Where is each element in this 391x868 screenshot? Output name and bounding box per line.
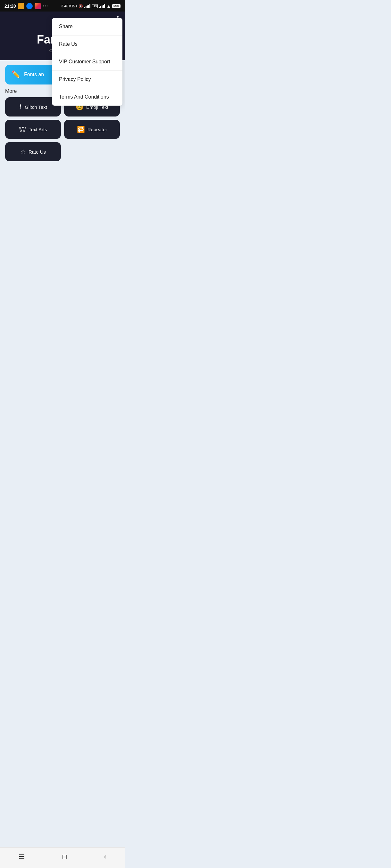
- dropdown-rate-us[interactable]: Rate Us: [52, 35, 122, 53]
- dropdown-vip-support[interactable]: VIP Customer Support: [52, 53, 122, 71]
- dropdown-share[interactable]: Share: [52, 18, 122, 35]
- dropdown-privacy-policy[interactable]: Privacy Policy: [52, 71, 122, 88]
- dropdown-overlay[interactable]: Share Rate Us VIP Customer Support Priva…: [0, 0, 125, 270]
- dropdown-terms[interactable]: Terms And Conditions: [52, 88, 122, 105]
- dropdown-menu: Share Rate Us VIP Customer Support Priva…: [52, 18, 122, 105]
